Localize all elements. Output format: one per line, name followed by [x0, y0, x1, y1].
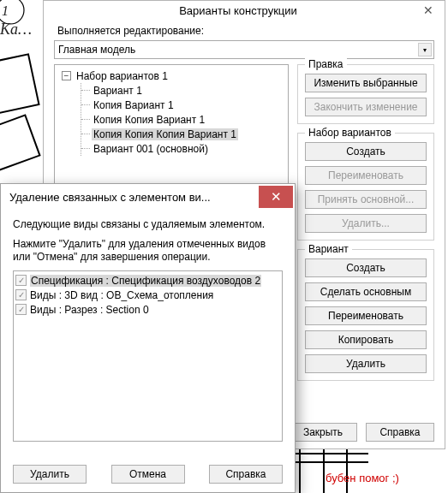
tree-item[interactable]: Копия Копия Копия Вариант 1 [88, 127, 283, 141]
list-item-label: Спецификация : Спецификация воздуховодов… [30, 275, 261, 287]
list-item-label: Виды : Разрез : Section 0 [30, 304, 149, 316]
list-item[interactable]: ✓Спецификация : Спецификация воздуховодо… [15, 273, 280, 288]
help-button[interactable]: Справка [366, 423, 434, 442]
edit-selected-button[interactable]: Изменить выбранные [305, 74, 427, 92]
cancel-button[interactable]: Отмена [111, 465, 185, 484]
list-item[interactable]: ✓Виды : Разрез : Section 0 [15, 302, 280, 317]
checkbox-icon[interactable]: ✓ [15, 275, 27, 286]
editing-label: Выполняется редактирование: [57, 25, 434, 37]
tree-item[interactable]: Копия Копия Вариант 1 [88, 112, 283, 127]
group-variant: Вариант Создать Сделать основным Переиме… [297, 249, 434, 381]
svg-rect-0 [0, 54, 39, 116]
delete-button[interactable]: Удалить [13, 465, 87, 484]
tree-item[interactable]: Вариант 001 (основной) [88, 141, 283, 156]
list-item[interactable]: ✓Виды : 3D вид : ОВ_Схема_отопления [15, 288, 280, 302]
help-button[interactable]: Справка [209, 465, 283, 484]
delete-views-dialog: Удаление связанных с элементом ви... ✕ С… [0, 183, 296, 493]
finish-change-button[interactable]: Закончить изменение [305, 98, 427, 116]
tree-root-label: Набор вариантов 1 [75, 70, 170, 82]
collapse-icon[interactable]: − [62, 71, 71, 80]
checkbox-icon[interactable]: ✓ [15, 304, 27, 315]
set-rename-button[interactable]: Переименовать [305, 166, 427, 185]
set-delete-button[interactable]: Удалить... [305, 214, 427, 233]
bg-text-1: 1 [2, 3, 9, 19]
group-edit: Правка Изменить выбранные Закончить изме… [297, 64, 434, 124]
editing-combo[interactable]: Главная модель ▾ [54, 40, 434, 59]
close-button[interactable]: Закрыть [289, 423, 357, 442]
svg-rect-1 [0, 116, 39, 175]
variant-rename-button[interactable]: Переименовать [305, 306, 427, 325]
views-list[interactable]: ✓Спецификация : Спецификация воздуховодо… [13, 270, 283, 442]
list-item-label: Виды : 3D вид : ОВ_Схема_отопления [30, 289, 213, 301]
tree-item-label: Вариант 001 (основной) [92, 143, 210, 155]
child-msg-2: Нажмите "Удалить" для удаления отмеченны… [13, 238, 283, 264]
combo-value: Главная модель [58, 44, 135, 56]
group-set-legend: Набор вариантов [305, 127, 395, 139]
tree-item-label: Вариант 1 [92, 85, 144, 97]
close-icon[interactable]: ✕ [259, 186, 293, 208]
variant-create-button[interactable]: Создать [305, 258, 427, 277]
tree-item-label: Копия Копия Вариант 1 [92, 114, 206, 126]
child-dialog-title: Удаление связанных с элементом ви... [9, 191, 257, 204]
tree-item[interactable]: Копия Вариант 1 [88, 98, 283, 112]
bg-text-2: Ка… [0, 21, 32, 39]
group-variant-legend: Вариант [305, 243, 352, 255]
group-set: Набор вариантов Создать Переименовать Пр… [297, 133, 434, 241]
tree-item[interactable]: Вариант 1 [88, 83, 283, 98]
dialog-title: Варианты конструкции [44, 4, 415, 17]
variant-set-main-button[interactable]: Сделать основным [305, 282, 427, 301]
close-icon[interactable]: ✕ [415, 3, 441, 18]
tree-item-label: Копия Копия Копия Вариант 1 [92, 128, 238, 140]
child-msg-1: Следующие виды связаны с удаляемым элеме… [13, 218, 283, 231]
set-accept-main-button[interactable]: Принять основной... [305, 190, 427, 209]
tree-item-label: Копия Вариант 1 [92, 99, 176, 111]
variant-delete-button[interactable]: Удалить [305, 354, 427, 373]
tree-root-node[interactable]: − Набор вариантов 1 [62, 68, 283, 83]
checkbox-icon[interactable]: ✓ [15, 289, 27, 300]
group-edit-legend: Правка [305, 58, 347, 70]
variant-copy-button[interactable]: Копировать [305, 330, 427, 349]
chevron-down-icon[interactable]: ▾ [418, 43, 432, 56]
annotation-bottom: бубен помог ;) [326, 472, 399, 484]
set-create-button[interactable]: Создать [305, 142, 427, 161]
